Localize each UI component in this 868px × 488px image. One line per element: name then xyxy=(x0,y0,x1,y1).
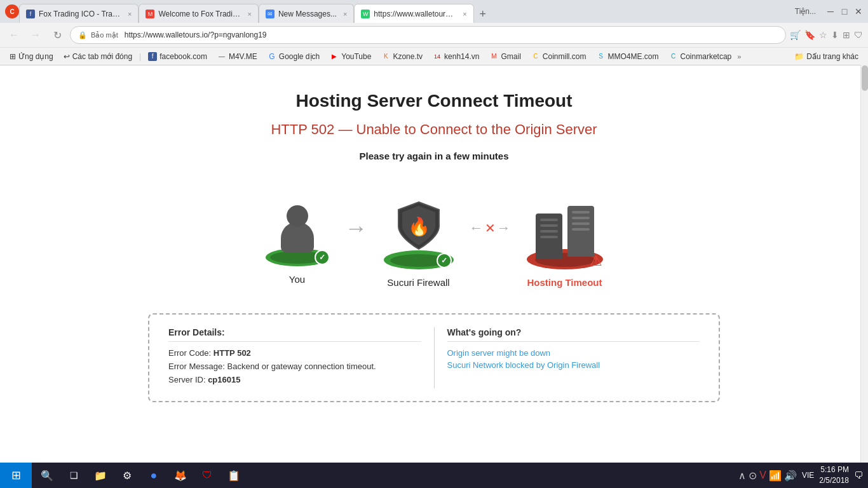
tab-favicon-4: W xyxy=(361,10,370,18)
tab-close-2[interactable]: × xyxy=(247,10,251,18)
start-button[interactable]: ⊞ xyxy=(0,463,32,488)
svg-text:🔥: 🔥 xyxy=(407,216,430,237)
folder-icon: 📁 xyxy=(794,52,804,61)
error-details-box: Error Details: Error Code: HTTP 502 Erro… xyxy=(148,313,720,402)
bookmark-m4v[interactable]: — M4V.ME xyxy=(213,51,262,62)
kzone-favicon: K xyxy=(381,52,390,61)
tray-icon2[interactable]: V xyxy=(759,470,766,481)
toolbar-right: 🛒 🔖 ☆ ⬇ ⊞ 🛡 xyxy=(790,30,863,40)
bookmark-gmail[interactable]: M Gmail xyxy=(485,51,525,62)
tab-title-1: Fox Trading ICO - Trang c... xyxy=(39,10,121,18)
settings-icon: ⚙ xyxy=(123,470,132,482)
back-button[interactable]: ← xyxy=(5,26,23,44)
taskbar-app1[interactable]: 🛡 xyxy=(194,464,220,487)
bookmark-mmo4me[interactable]: S MMO4ME.com xyxy=(592,51,663,62)
server-id-value: cp16015 xyxy=(208,375,240,384)
google-label: Google dịch xyxy=(279,52,320,61)
error-code-label: Error Code: xyxy=(168,348,211,358)
tab-close-3[interactable]: × xyxy=(343,10,347,18)
bookmark-facebook[interactable]: f facebook.com xyxy=(144,51,212,62)
user-area: Tiện... xyxy=(795,7,816,16)
bookmarks-more[interactable]: » xyxy=(737,53,741,60)
taskbar-chrome[interactable]: ● xyxy=(141,464,166,487)
address-bar[interactable]: 🔒 Bảo mật https://www.walletours.io/?p=n… xyxy=(70,26,786,44)
lock-icon: 🔒 xyxy=(78,31,87,39)
title-bar: C f Fox Trading ICO - Trang c... × M Wel… xyxy=(0,0,868,23)
you-item: ✓ You xyxy=(262,190,332,285)
close-button[interactable]: ✕ xyxy=(854,7,863,16)
star-icon[interactable]: ☆ xyxy=(819,30,827,40)
m4v-label: M4V.ME xyxy=(229,52,257,61)
bookmark-google[interactable]: G Google dịch xyxy=(263,51,324,62)
tab-new-messages[interactable]: ✉ New Messages... × xyxy=(259,4,354,23)
tab-fox-trading[interactable]: f Fox Trading ICO - Trang c... × xyxy=(19,4,139,23)
cmc-favicon: C xyxy=(669,52,678,61)
taskbar-settings[interactable]: ⚙ xyxy=(114,464,140,487)
you-label: You xyxy=(289,274,305,285)
taskbar-search[interactable]: 🔍 xyxy=(34,464,60,487)
col-divider xyxy=(434,327,435,388)
page-title: Hosting Server Connect Timeout xyxy=(295,91,572,111)
bookmark-kzone[interactable]: K Kzone.tv xyxy=(377,51,427,62)
extension-icon2[interactable]: 🛡 xyxy=(854,30,863,40)
whats-going-on-item2[interactable]: Sucuri Network blocked by Origin Firewal… xyxy=(447,360,700,370)
bookmark-recent-tabs[interactable]: ↩ Các tab mới đóng xyxy=(59,51,137,62)
tab-favicon-1: f xyxy=(26,10,35,18)
browser-chrome: C f Fox Trading ICO - Trang c... × M Wel… xyxy=(0,0,868,65)
tab-close-1[interactable]: × xyxy=(128,10,132,18)
google-favicon: G xyxy=(268,52,276,61)
taskbar-fox[interactable]: 🦊 xyxy=(168,464,193,487)
tab-walletours[interactable]: W https://www.walletours.io... × xyxy=(354,4,473,23)
yt-label: YouTube xyxy=(341,52,371,61)
scrollbar-thumb[interactable] xyxy=(862,65,868,91)
new-tab-button[interactable]: + xyxy=(474,5,492,23)
whats-going-on-item1[interactable]: Origin server might be down xyxy=(447,348,700,358)
tray-volume[interactable]: 🔊 xyxy=(784,470,797,482)
taskbar-app2[interactable]: 📋 xyxy=(221,464,247,487)
bookmark-youtube[interactable]: ▶ YouTube xyxy=(325,51,376,62)
app2-icon: 📋 xyxy=(227,470,240,482)
bookmarks-folder[interactable]: 📁 Dấu trang khác xyxy=(790,51,863,62)
minimize-button[interactable]: ─ xyxy=(826,7,835,16)
bookmark-coinmill[interactable]: C Coinmill.com xyxy=(527,51,591,62)
tray-up-arrow[interactable]: ∧ xyxy=(738,470,746,482)
server-tower-front xyxy=(567,206,594,257)
coinmill-favicon: C xyxy=(531,52,540,61)
bookmark-kenh14[interactable]: 14 kenh14.vn xyxy=(428,51,484,62)
gmail-favicon: M xyxy=(489,52,498,61)
error-right-col: What's going on? Origin server might be … xyxy=(447,327,700,388)
tray-icon1[interactable]: ⊙ xyxy=(749,470,757,482)
app1-icon: 🛡 xyxy=(202,470,212,481)
tab-welcome-fox[interactable]: M Welcome to Fox Trading I... × xyxy=(139,4,258,23)
fox-icon: 🦊 xyxy=(174,470,187,482)
tray-icon3[interactable]: 📶 xyxy=(769,470,782,482)
tab-title-4: https://www.walletours.io... xyxy=(374,10,456,18)
bookmark-coinmarketcap[interactable]: C Coinmarketcap xyxy=(665,51,736,62)
download-icon[interactable]: ⬇ xyxy=(831,30,839,40)
forward-button[interactable]: → xyxy=(27,26,44,44)
error-message-label: Error Message: xyxy=(168,362,225,371)
bookmark-apps[interactable]: ⊞ Ứng dụng xyxy=(5,51,58,62)
refresh-button[interactable]: ↻ xyxy=(48,26,66,44)
bookmark-icon[interactable]: 🔖 xyxy=(804,30,815,40)
shield-container: 🔥 xyxy=(396,200,442,254)
maximize-button[interactable]: □ xyxy=(840,7,849,16)
recent-favicon: ↩ xyxy=(64,52,70,61)
right-arrow-icon2: → xyxy=(497,220,511,236)
date-display: 2/5/2018 xyxy=(819,475,849,486)
taskbar-right: ∧ ⊙ V 📶 🔊 VIE 5:16 PM 2/5/2018 🗨 xyxy=(738,464,868,486)
tab-favicon-3: ✉ xyxy=(266,10,275,18)
shopping-icon[interactable]: 🛒 xyxy=(790,30,801,40)
notification-icon[interactable]: 🗨 xyxy=(854,470,863,480)
taskbar: ⊞ 🔍 ❑ 📁 ⚙ ● 🦊 🛡 📋 ∧ ⊙ V 📶 xyxy=(0,463,868,488)
extension-icon[interactable]: ⊞ xyxy=(843,30,850,40)
taskbar-file-explorer[interactable]: 📁 xyxy=(88,464,113,487)
server-tower-back xyxy=(536,214,562,259)
you-checkmark: ✓ xyxy=(315,250,330,265)
tab-close-4[interactable]: × xyxy=(463,10,466,18)
folder-label: Dấu trang khác xyxy=(806,52,858,61)
sucuri-label: Sucuri Firewall xyxy=(387,277,449,288)
right-arrow-icon: → xyxy=(345,217,368,240)
error-code-row: Error Code: HTTP 502 xyxy=(168,348,421,358)
taskbar-task-view[interactable]: ❑ xyxy=(61,464,86,487)
